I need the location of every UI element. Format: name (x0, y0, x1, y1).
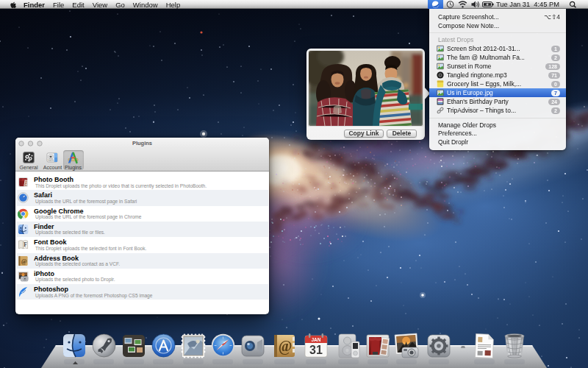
svg-text:JAN: JAN (311, 337, 320, 342)
svg-text:F: F (24, 242, 27, 249)
svg-text:100%: 100% (48, 159, 54, 162)
svg-text:31: 31 (309, 344, 323, 356)
svg-text:@: @ (279, 338, 293, 355)
svg-text:@: @ (21, 257, 27, 264)
